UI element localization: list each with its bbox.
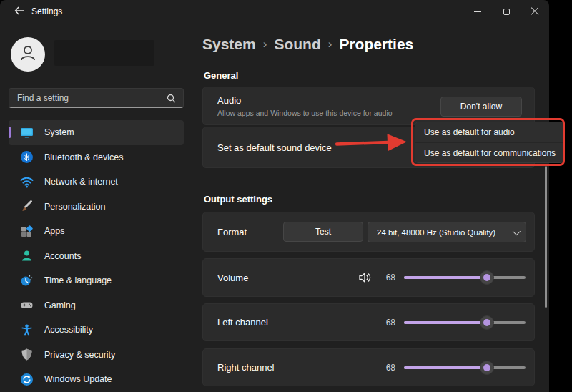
flyout-item-default-audio[interactable]: Use as default for audio bbox=[415, 122, 563, 142]
breadcrumb-sound[interactable]: Sound bbox=[274, 36, 320, 53]
avatar[interactable] bbox=[11, 37, 45, 72]
volume-card: Volume 68 bbox=[202, 258, 535, 297]
sidebar-item-personalization[interactable]: Personalization bbox=[9, 195, 184, 220]
breadcrumb-system[interactable]: System bbox=[202, 36, 256, 53]
search-box bbox=[9, 88, 184, 108]
sidebar-nav: System Bluetooth & devices Network & int… bbox=[9, 120, 184, 392]
default-device-flyout: Use as default for audio Use as default … bbox=[415, 122, 564, 163]
sidebar-item-label: Personalization bbox=[44, 202, 105, 212]
sidebar-item-label: Time & language bbox=[44, 275, 112, 285]
privacy-shield-icon bbox=[20, 348, 34, 361]
speaker-icon[interactable] bbox=[358, 272, 373, 283]
system-icon bbox=[20, 126, 34, 139]
audio-permission-text: Audio Allow apps and Windows to use this… bbox=[217, 95, 393, 117]
audio-row-title: Audio bbox=[217, 95, 393, 106]
sidebar-item-label: Gaming bbox=[44, 300, 76, 310]
bluetooth-icon bbox=[20, 150, 34, 164]
close-button[interactable] bbox=[521, 0, 549, 23]
volume-value: 68 bbox=[380, 273, 395, 283]
test-button[interactable]: Test bbox=[283, 222, 363, 242]
right-channel-slider[interactable] bbox=[404, 361, 526, 375]
gaming-icon bbox=[20, 298, 34, 312]
breadcrumb-properties: Properties bbox=[339, 36, 413, 53]
sidebar-item-label: Privacy & security bbox=[44, 350, 115, 360]
chevron-down-icon bbox=[513, 227, 521, 235]
right-channel-value: 68 bbox=[380, 363, 395, 373]
sidebar-item-bluetooth-devices[interactable]: Bluetooth & devices bbox=[9, 145, 184, 170]
volume-slider[interactable] bbox=[404, 270, 526, 285]
scrollbar[interactable] bbox=[545, 166, 547, 308]
personalization-icon bbox=[20, 200, 34, 213]
accessibility-icon bbox=[20, 323, 34, 337]
slider-thumb[interactable] bbox=[480, 361, 494, 375]
network-icon bbox=[20, 175, 34, 189]
sidebar-item-label: Accounts bbox=[44, 251, 81, 261]
left-channel-value: 68 bbox=[380, 318, 395, 328]
sidebar-item-gaming[interactable]: Gaming bbox=[9, 293, 184, 318]
audio-row-subtitle: Allow apps and Windows to use this devic… bbox=[217, 109, 393, 117]
search-input[interactable] bbox=[9, 93, 167, 103]
sidebar-item-label: System bbox=[44, 127, 74, 137]
selection-accent-bar bbox=[9, 127, 11, 138]
apps-icon bbox=[20, 225, 34, 238]
sidebar-item-time-language[interactable]: Time & language bbox=[9, 268, 184, 293]
sidebar-item-system[interactable]: System bbox=[9, 120, 184, 145]
left-channel-card: Left channel 68 bbox=[202, 303, 535, 341]
sidebar-item-label: Network & internet bbox=[44, 177, 118, 187]
sidebar-item-label: Windows Update bbox=[44, 374, 112, 384]
general-heading: General bbox=[204, 70, 238, 81]
search-icon bbox=[167, 94, 176, 103]
maximize-button[interactable] bbox=[492, 0, 521, 23]
screen: Settings S bbox=[0, 0, 572, 392]
minimize-icon bbox=[474, 11, 481, 12]
left-channel-slider[interactable] bbox=[404, 315, 526, 330]
format-card: Format Test 24 bit, 48000 Hz (Studio Qua… bbox=[202, 212, 535, 252]
breadcrumb: System › Sound › Properties bbox=[202, 36, 413, 53]
sidebar-item-label: Bluetooth & devices bbox=[44, 152, 124, 162]
back-arrow-icon bbox=[14, 5, 25, 18]
default-device-label: Set as default sound device bbox=[217, 142, 332, 153]
accounts-icon bbox=[20, 249, 34, 263]
format-label: Format bbox=[217, 227, 247, 237]
sidebar-item-apps[interactable]: Apps bbox=[9, 219, 184, 244]
flyout-item-default-communications[interactable]: Use as default for communications bbox=[415, 142, 563, 162]
format-dropdown[interactable]: 24 bit, 48000 Hz (Studio Quality) bbox=[368, 222, 526, 242]
slider-thumb[interactable] bbox=[480, 270, 494, 285]
sidebar-item-label: Apps bbox=[44, 226, 65, 236]
windows-update-icon bbox=[20, 373, 34, 386]
right-channel-card: Right channel 68 bbox=[202, 348, 535, 386]
right-channel-label: Right channel bbox=[217, 362, 275, 373]
back-button[interactable] bbox=[7, 3, 31, 20]
sidebar-item-accounts[interactable]: Accounts bbox=[9, 244, 184, 269]
left-channel-label: Left channel bbox=[217, 317, 268, 328]
close-icon bbox=[531, 7, 539, 16]
output-settings-heading: Output settings bbox=[204, 194, 272, 205]
window-controls bbox=[463, 0, 549, 23]
titlebar: Settings bbox=[0, 0, 549, 23]
sidebar-item-accessibility[interactable]: Accessibility bbox=[9, 318, 184, 343]
person-icon bbox=[17, 42, 39, 67]
maximize-icon bbox=[503, 9, 510, 15]
breadcrumb-separator-icon: › bbox=[263, 37, 267, 52]
volume-label: Volume bbox=[217, 273, 248, 283]
minimize-button[interactable] bbox=[463, 0, 492, 23]
user-name-redacted bbox=[54, 40, 154, 66]
breadcrumb-separator-icon: › bbox=[328, 37, 332, 52]
slider-thumb[interactable] bbox=[480, 315, 494, 330]
time-language-icon bbox=[20, 274, 34, 288]
sidebar-item-label: Accessibility bbox=[44, 325, 93, 335]
sidebar-item-privacy-security[interactable]: Privacy & security bbox=[9, 343, 184, 368]
dont-allow-button[interactable]: Don't allow bbox=[440, 97, 522, 117]
audio-permission-card: Audio Allow apps and Windows to use this… bbox=[202, 87, 535, 125]
sidebar-item-network-internet[interactable]: Network & internet bbox=[9, 170, 184, 195]
app-title: Settings bbox=[31, 6, 62, 16]
sidebar-item-windows-update[interactable]: Windows Update bbox=[9, 367, 184, 392]
settings-window: Settings S bbox=[0, 0, 549, 392]
format-dropdown-value: 24 bit, 48000 Hz (Studio Quality) bbox=[377, 228, 495, 237]
